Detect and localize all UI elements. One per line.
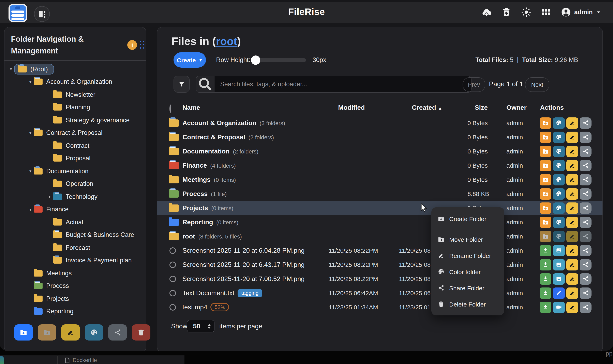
folder-row-finance[interactable]: Finance(4 folders)0 Bytesadmin: [157, 158, 602, 172]
tree-item-contract[interactable]: Contract: [4, 139, 146, 152]
select-all-checkbox[interactable]: [169, 104, 171, 113]
theme-sun-icon[interactable]: [522, 7, 531, 17]
tree-item-budget-business-care[interactable]: Budget & Business Care: [4, 229, 146, 241]
share-action-button[interactable]: [580, 188, 592, 199]
file-row-screenshot-2025-11-20-at-7-00-52-pm-png[interactable]: Screenshot 2025-11-20 at 7.00.52 PM.png1…: [157, 272, 602, 286]
share-action-button[interactable]: [580, 287, 592, 299]
share-action-button[interactable]: [580, 216, 592, 228]
tree-caret-icon[interactable]: ▾: [8, 67, 14, 71]
tree-item-technology[interactable]: ▸Technology: [4, 190, 146, 203]
rename-action-button[interactable]: [566, 231, 578, 242]
move-action-button[interactable]: [540, 231, 551, 242]
move-action-button[interactable]: [540, 117, 551, 129]
selected-tree-item[interactable]: (Root): [14, 64, 54, 75]
root-breadcrumb-link[interactable]: root: [216, 35, 237, 47]
tree-item-meetings[interactable]: Meetings: [4, 267, 146, 280]
tree-item-projects[interactable]: Projects: [4, 292, 146, 305]
share-action-button[interactable]: [580, 231, 592, 242]
tree-caret-icon[interactable]: ▾: [27, 80, 34, 84]
tree-caret-icon[interactable]: ▾: [27, 207, 34, 212]
download-action-button[interactable]: [540, 301, 551, 313]
tree-item-documentation[interactable]: ▾Documentation: [4, 165, 146, 178]
user-menu[interactable]: admin: [561, 7, 601, 17]
tree-item-planning[interactable]: Planning: [4, 101, 146, 114]
tree-item-account-organization[interactable]: ▾Account & Organization: [4, 76, 146, 88]
apps-grid-icon[interactable]: [542, 7, 551, 17]
folder-row-process[interactable]: Process(1 file)8.88 KBadmin: [157, 187, 602, 201]
tree-item-reporting[interactable]: Reporting: [4, 305, 146, 318]
share-action-button[interactable]: [580, 160, 592, 171]
tree-item-actual[interactable]: Actual: [4, 216, 146, 229]
rename-action-button[interactable]: [566, 259, 578, 270]
share-action-button[interactable]: [580, 117, 592, 129]
rename-action-button[interactable]: [566, 117, 578, 129]
context-menu-item-color-folder[interactable]: Color folder: [431, 264, 504, 280]
folder-row-projects[interactable]: Projects(0 items)0 Bytesadmin: [157, 201, 602, 215]
move-action-button[interactable]: [540, 160, 551, 171]
share-action-button[interactable]: [580, 245, 592, 256]
palette-action-button[interactable]: [553, 160, 565, 171]
move-action-button[interactable]: [540, 145, 551, 157]
tree-item-newsletter[interactable]: Newsletter: [4, 88, 146, 101]
move-action-button[interactable]: [540, 202, 551, 214]
move-action-button[interactable]: [540, 131, 551, 143]
create-button[interactable]: Create▼: [174, 52, 206, 68]
rename-action-button[interactable]: [566, 160, 578, 171]
tree-caret-icon[interactable]: ▸: [47, 195, 53, 199]
rename-action-button[interactable]: [566, 188, 578, 199]
row-checkbox[interactable]: [169, 247, 176, 254]
move-action-button[interactable]: [540, 188, 551, 199]
column-name[interactable]: Name: [182, 104, 200, 111]
image-action-button[interactable]: [553, 259, 565, 270]
tree-caret-icon[interactable]: ▾: [27, 169, 34, 173]
items-per-page-select[interactable]: 50: [187, 320, 214, 332]
tree-item--root-[interactable]: ▾(Root): [4, 63, 146, 76]
row-checkbox[interactable]: [169, 304, 176, 310]
move-action-button[interactable]: [540, 174, 551, 185]
palette-action-button[interactable]: [553, 202, 565, 214]
download-action-button[interactable]: [540, 245, 551, 256]
edit-action-button[interactable]: [553, 287, 565, 299]
file-row-test-mp4[interactable]: test.mp452%11/23/25 01:34AM11/23/25 01:3…: [157, 300, 602, 314]
filter-button[interactable]: [174, 76, 190, 93]
share-action-button[interactable]: [580, 202, 592, 214]
image-action-button[interactable]: [553, 245, 565, 256]
rename-action-button[interactable]: [566, 174, 578, 185]
context-menu-item-rename-folder[interactable]: Rename Folder: [431, 247, 504, 264]
rename-action-button[interactable]: [566, 301, 578, 313]
row-checkbox[interactable]: [169, 275, 176, 282]
next-page-button[interactable]: Next: [525, 77, 549, 92]
row-checkbox[interactable]: [169, 290, 176, 296]
tree-item-contract-proposal[interactable]: ▾Contract & Proposal: [4, 127, 146, 139]
delete-folder-button[interactable]: [132, 324, 150, 340]
download-action-button[interactable]: [540, 259, 551, 270]
search-input[interactable]: [214, 76, 471, 92]
file-row-text-document-txt[interactable]: Text Document.txttagging11/20/25 06:42AM…: [157, 286, 602, 300]
rename-folder-button[interactable]: [61, 324, 80, 340]
create-folder-button[interactable]: [14, 324, 33, 340]
context-menu-item-move-folder[interactable]: Move Folder: [431, 231, 504, 247]
restore-trash-icon[interactable]: [502, 7, 511, 17]
row-height-slider-thumb[interactable]: [251, 55, 260, 65]
column-size[interactable]: Size: [475, 104, 488, 111]
color-folder-button[interactable]: [85, 324, 103, 340]
folder-row-reporting[interactable]: Reporting(0 items)0 Bytesadmin: [157, 215, 602, 229]
tree-item-forecast[interactable]: Forecast: [4, 241, 146, 254]
share-action-button[interactable]: [580, 145, 592, 157]
share-action-button[interactable]: [580, 301, 592, 313]
palette-action-button[interactable]: [553, 188, 565, 199]
row-height-slider[interactable]: [252, 58, 306, 62]
context-menu-item-delete-folder[interactable]: Delete Folder: [431, 296, 504, 312]
download-action-button[interactable]: [540, 287, 551, 299]
palette-action-button[interactable]: [553, 117, 565, 129]
column-owner[interactable]: Owner: [506, 104, 527, 111]
row-checkbox[interactable]: [169, 261, 176, 268]
context-menu-item-create-folder[interactable]: Create Folder: [431, 210, 504, 227]
rename-action-button[interactable]: [566, 216, 578, 228]
upload-cloud-icon[interactable]: [482, 7, 492, 17]
palette-action-button[interactable]: [553, 145, 565, 157]
drag-handle-icon[interactable]: [140, 41, 145, 49]
palette-action-button[interactable]: [553, 216, 565, 228]
palette-action-button[interactable]: [553, 174, 565, 185]
folder-row-contract-proposal[interactable]: Contract & Proposal(2 folders)0 Bytesadm…: [157, 130, 602, 144]
